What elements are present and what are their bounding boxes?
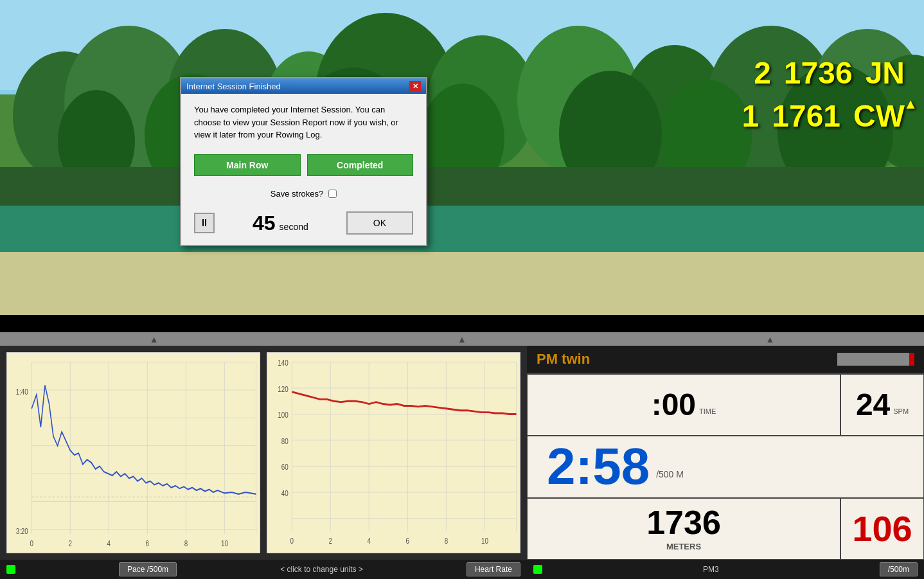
pm-meters-label: METERS xyxy=(666,542,701,551)
pm-indicator-red xyxy=(909,353,914,366)
dialog-buttons-row: Main Row Completed xyxy=(194,154,413,176)
svg-rect-31 xyxy=(7,353,260,553)
pm-time-cell: :00 TIME xyxy=(527,374,840,436)
charts-container: 1:40 3:20 0 2 4 6 8 10 xyxy=(0,346,527,560)
hr-chart-svg: 140 120 100 80 60 40 0 2 4 6 8 10 xyxy=(267,353,520,553)
svg-text:8: 8 xyxy=(445,536,448,545)
dialog-controls-row: ⏸ 45 second OK xyxy=(194,208,413,238)
pm-hr-value: 106 xyxy=(852,508,912,549)
svg-text:4: 4 xyxy=(107,539,111,548)
pace-chart-svg: 1:40 3:20 0 2 4 6 8 10 xyxy=(7,353,260,553)
pm-time-value: :00 xyxy=(652,389,696,420)
pause-button[interactable]: ⏸ xyxy=(194,213,215,233)
svg-text:60: 60 xyxy=(281,463,289,472)
dialog-title: Internet Session Finished xyxy=(186,82,281,91)
save-strokes-checkbox[interactable] xyxy=(328,190,337,198)
dialog-timer: 45 second xyxy=(253,211,308,235)
pace-button[interactable]: Pace /500m xyxy=(119,562,177,576)
nav-arrows-bar: ▲ ▲ ▲ xyxy=(0,332,924,346)
pm-hr-cell: 106 xyxy=(840,498,924,560)
svg-text:1:40: 1:40 xyxy=(16,387,28,396)
dialog-body: You have completed your Internet Session… xyxy=(181,94,426,245)
svg-text:6: 6 xyxy=(146,539,149,548)
svg-text:4: 4 xyxy=(368,536,371,545)
svg-text:2: 2 xyxy=(69,539,72,548)
svg-text:100: 100 xyxy=(278,411,288,420)
svg-text:140: 140 xyxy=(278,359,288,368)
pm-indicator-bar xyxy=(837,353,914,366)
svg-text:80: 80 xyxy=(281,436,289,445)
pm-pace-value: 2:58 xyxy=(547,441,650,492)
pm-meters-value: 1736 xyxy=(646,506,721,539)
nav-arrow-right[interactable]: ▲ xyxy=(765,334,774,344)
dialog-titlebar: Internet Session Finished ✕ xyxy=(181,78,426,94)
500m-button[interactable]: /500m xyxy=(880,562,918,576)
pm-bottom-bar: PM3 /500m xyxy=(527,560,924,579)
svg-text:10: 10 xyxy=(481,536,488,545)
save-strokes-label: Save strokes? xyxy=(271,189,323,199)
svg-text:120: 120 xyxy=(278,384,288,393)
pm-meters-cell: 1736 METERS xyxy=(527,498,840,560)
charts-area: 1:40 3:20 0 2 4 6 8 10 xyxy=(0,346,527,579)
pm3-label: PM3 xyxy=(703,565,719,574)
heart-rate-button[interactable]: Heart Rate xyxy=(466,562,520,576)
svg-text:40: 40 xyxy=(281,488,289,497)
bottom-panel: 1:40 3:20 0 2 4 6 8 10 xyxy=(0,346,924,579)
pm-pace-cell: 2:58 /500 M xyxy=(527,436,924,497)
pm-spm-value: 24 xyxy=(856,389,890,420)
pm-spm-cell: 24 SPM xyxy=(840,374,924,436)
completed-button[interactable]: Completed xyxy=(307,154,414,176)
svg-text:3:20: 3:20 xyxy=(16,527,28,536)
ok-button[interactable]: OK xyxy=(346,211,413,235)
svg-text:2: 2 xyxy=(329,536,332,545)
chart-bottom-bar: Pace /500m < click to change units > Hea… xyxy=(0,560,527,579)
dialog-message: You have completed your Internet Session… xyxy=(194,103,413,141)
nav-arrow-center[interactable]: ▲ xyxy=(458,334,466,344)
pm-time-label: TIME xyxy=(699,407,716,415)
pm-panel: PM twin :00 TIME 24 SPM xyxy=(527,346,924,579)
dialog-overlay: Internet Session Finished ✕ You have com… xyxy=(0,0,924,315)
svg-text:0: 0 xyxy=(30,539,33,548)
timer-number: 45 xyxy=(253,211,276,235)
pm-green-indicator xyxy=(533,565,542,574)
dialog-close-button[interactable]: ✕ xyxy=(409,81,421,91)
svg-text:0: 0 xyxy=(290,536,293,545)
dialog-save-row: Save strokes? xyxy=(194,189,413,199)
svg-text:6: 6 xyxy=(406,536,409,545)
pm-spm-label: SPM xyxy=(893,407,909,415)
pm-grid: :00 TIME 24 SPM 2:58 /500 M xyxy=(527,373,924,560)
svg-rect-55 xyxy=(267,353,520,553)
pm-pace-unit: /500 M xyxy=(656,469,684,479)
nav-arrow-left[interactable]: ▲ xyxy=(150,334,159,344)
svg-text:10: 10 xyxy=(221,539,228,548)
pm-title: PM twin xyxy=(537,351,590,368)
hr-chart-wrapper: 140 120 100 80 60 40 0 2 4 6 8 10 xyxy=(267,352,520,553)
green-indicator-left xyxy=(6,565,15,574)
pace-chart-wrapper: 1:40 3:20 0 2 4 6 8 10 xyxy=(6,352,260,553)
main-row-button[interactable]: Main Row xyxy=(194,154,301,176)
click-label: < click to change units > xyxy=(280,565,363,574)
timer-unit: second xyxy=(280,222,308,232)
pm-header: PM twin xyxy=(527,346,924,373)
svg-text:8: 8 xyxy=(184,539,188,548)
dialog: Internet Session Finished ✕ You have com… xyxy=(180,77,427,246)
